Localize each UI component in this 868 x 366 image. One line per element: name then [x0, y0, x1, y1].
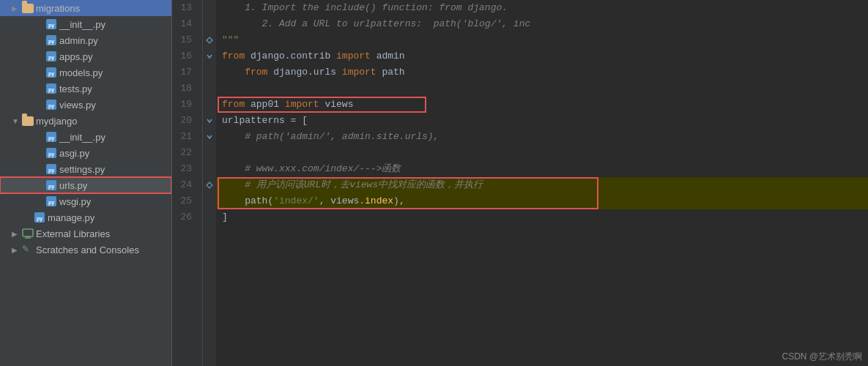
tree-item-apps[interactable]: apps.py [0, 48, 171, 64]
arrow-icon [12, 230, 22, 238]
line-num: 20 [172, 113, 196, 129]
ext-libraries-icon [22, 228, 34, 239]
tree-item-migrations[interactable]: migrations [0, 0, 171, 16]
gutter-mark [203, 145, 216, 161]
py-icon [45, 99, 57, 111]
code-line-24: # 用户访问该URL时，去views中找对应的函数，并执行 [216, 177, 868, 193]
gutter-mark [203, 161, 216, 177]
gutter-mark [203, 129, 216, 145]
folder-icon [22, 116, 34, 126]
py-icon [45, 163, 57, 175]
code-line-21: # path('admin/', admin.site.urls), [216, 129, 868, 145]
gutter-mark [203, 97, 216, 113]
tree-item-mydjango[interactable]: mydjango [0, 113, 171, 129]
tree-label: External Libraries [36, 228, 168, 239]
svg-rect-0 [23, 229, 33, 236]
gutter-mark [203, 209, 216, 225]
py-icon [45, 195, 57, 207]
tree-label: admin.py [59, 35, 168, 46]
arrow-icon [12, 117, 22, 125]
tree-item-init2[interactable]: __init__.py [0, 129, 171, 145]
tree-label: views.py [59, 100, 168, 111]
tree-label: models.py [59, 67, 168, 78]
file-tree: migrations __init__.py admin.py apps.py … [0, 0, 172, 366]
code-content[interactable]: 1. Import the include() function: from d… [216, 0, 868, 366]
line-num: 24 [172, 177, 196, 193]
watermark: CSDN @艺术别秃啊 [782, 351, 862, 363]
tree-label: Scratches and Consoles [36, 244, 168, 255]
line-num: 15 [172, 32, 196, 48]
line-num: 18 [172, 81, 196, 97]
gutter-mark [203, 0, 216, 16]
gutter-mark [203, 32, 216, 48]
scratches-icon: ✎ [22, 244, 34, 255]
tree-item-views[interactable]: views.py [0, 97, 171, 113]
py-icon [45, 51, 57, 62]
gutter-mark [203, 16, 216, 32]
tree-item-admin[interactable]: admin.py [0, 32, 171, 48]
arrow-icon [12, 4, 22, 12]
gutter-mark [203, 193, 216, 209]
line-num: 23 [172, 161, 196, 177]
tree-label: apps.py [59, 51, 168, 62]
py-icon [45, 18, 57, 30]
folder-icon [22, 4, 34, 13]
code-line-25: path('index/', views.index), [216, 193, 868, 209]
tree-item-manage[interactable]: manage.py [0, 209, 171, 225]
line-num: 17 [172, 64, 196, 81]
py-icon [45, 67, 57, 78]
line-num: 22 [172, 145, 196, 161]
tree-label: __init__.py [59, 132, 168, 143]
editor-gutter [203, 0, 216, 366]
line-num: 13 [172, 0, 196, 16]
py-icon [45, 83, 57, 94]
py-icon [45, 179, 57, 191]
tree-item-scratches[interactable]: ✎ Scratches and Consoles [0, 242, 171, 258]
tree-label: manage.py [48, 212, 168, 223]
tree-label: urls.py [59, 180, 168, 191]
tree-item-models[interactable]: models.py [0, 64, 171, 81]
tree-item-asgi[interactable]: asgi.py [0, 145, 171, 161]
line-num: 26 [172, 209, 196, 225]
svg-marker-4 [207, 182, 212, 188]
code-line-23: # www.xxx.com/index/--->函数 [216, 161, 868, 177]
tree-item-ext-libraries[interactable]: External Libraries [0, 225, 171, 242]
tree-item-tests[interactable]: tests.py [0, 81, 171, 97]
code-line-13: 1. Import the include() function: from d… [216, 0, 868, 16]
code-line-16: from django.contrib import admin [216, 48, 868, 64]
tree-label: settings.py [59, 164, 168, 175]
svg-marker-3 [207, 37, 212, 43]
code-line-14: 2. Add a URL to urlpatterns: path('blog/… [216, 16, 868, 32]
tree-label: asgi.py [59, 148, 168, 159]
line-num: 21 [172, 129, 196, 145]
tree-label: mydjango [36, 116, 168, 127]
tree-item-init1[interactable]: __init__.py [0, 16, 171, 32]
code-line-19: from app01 import views [216, 97, 868, 113]
tree-item-urls[interactable]: urls.py [0, 177, 171, 193]
line-num: 19 [172, 97, 196, 113]
tree-label: __init__.py [59, 19, 168, 30]
code-line-20: urlpatterns = [ [216, 113, 868, 129]
tree-label: wsgi.py [59, 196, 168, 207]
gutter-mark [203, 177, 216, 193]
tree-item-settings[interactable]: settings.py [0, 161, 171, 177]
arrow-icon [12, 246, 22, 254]
code-line-18 [216, 81, 868, 97]
py-icon [45, 131, 57, 143]
line-num: 16 [172, 48, 196, 64]
py-icon [45, 147, 57, 159]
line-num: 25 [172, 193, 196, 209]
gutter-mark [203, 48, 216, 64]
tree-label: migrations [36, 3, 168, 14]
gutter-mark [203, 64, 216, 81]
gutter-mark [203, 81, 216, 97]
code-line-26: ] [216, 209, 868, 225]
py-icon [34, 212, 45, 223]
code-line-17: from django.urls import path [216, 64, 868, 81]
py-icon [45, 34, 57, 46]
line-num: 14 [172, 16, 196, 32]
tree-label: tests.py [59, 83, 168, 94]
tree-item-wsgi[interactable]: wsgi.py [0, 193, 171, 209]
code-line-22 [216, 145, 868, 161]
gutter-mark [203, 113, 216, 129]
